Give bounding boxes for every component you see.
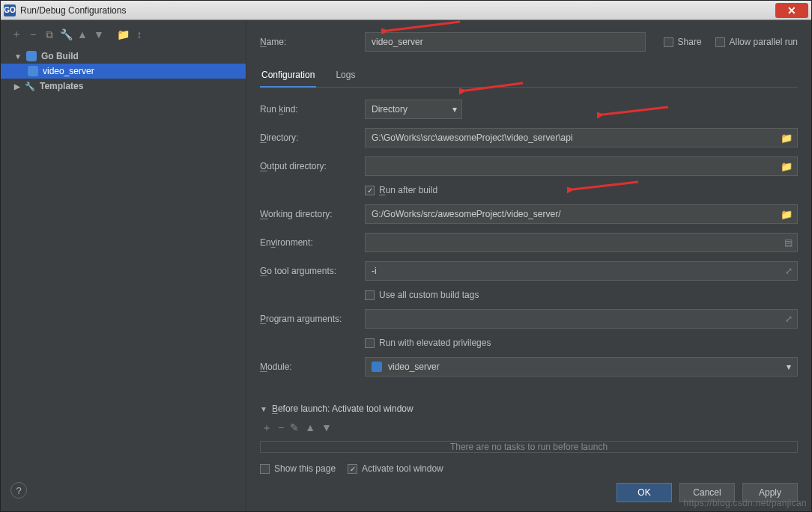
tab-logs[interactable]: Logs xyxy=(334,65,357,87)
tree-go-build-label: Go Build xyxy=(41,51,79,61)
go-icon xyxy=(28,66,38,76)
directory-label: Directory: xyxy=(260,132,357,143)
before-launch-label: Before launch: Activate tool window xyxy=(272,403,413,414)
activate-tool-window-label: Activate tool window xyxy=(362,463,443,474)
watermark: https://blog.csdn.net/panjican xyxy=(684,498,807,508)
tree-go-build[interactable]: ▼ Go Build xyxy=(1,49,246,64)
help-button[interactable]: ? xyxy=(10,482,27,499)
working-directory-label: Working directory: xyxy=(260,209,357,219)
environment-label: Environment: xyxy=(260,237,357,248)
chevron-down-icon: ▾ xyxy=(787,362,791,372)
show-this-page-label: Show this page xyxy=(274,463,336,474)
main-panel: Name: Share Allow parallel run Configura… xyxy=(246,20,811,511)
before-launch-header[interactable]: ▼ Before launch: Activate tool window xyxy=(260,403,798,414)
tree-templates-label: Templates xyxy=(40,81,83,91)
app-icon: GO xyxy=(4,4,16,16)
allow-parallel-checkbox[interactable]: Allow parallel run xyxy=(715,37,798,47)
add-icon[interactable]: ＋ xyxy=(10,28,23,41)
folder-icon[interactable]: 📁 xyxy=(781,209,793,220)
chevron-right-icon: ▶ xyxy=(14,82,20,91)
close-button[interactable]: ✕ xyxy=(775,3,808,18)
program-args-field[interactable]: ⤢ xyxy=(365,309,798,329)
go-icon xyxy=(26,51,37,61)
chevron-down-icon: ▼ xyxy=(14,52,22,61)
up-icon[interactable]: ▲ xyxy=(76,28,89,40)
program-args-label: Program arguments: xyxy=(260,314,357,324)
module-value: video_server xyxy=(388,362,440,372)
copy-icon[interactable]: ⧉ xyxy=(43,28,56,41)
share-label: Share xyxy=(678,37,702,47)
go-tool-args-value: -i xyxy=(372,266,377,276)
environment-field[interactable]: ▤ xyxy=(365,233,798,252)
run-kind-value: Directory xyxy=(372,104,407,115)
share-checkbox[interactable]: Share xyxy=(664,37,702,47)
down-icon[interactable]: ▼ xyxy=(321,421,332,435)
wrench-icon[interactable]: 🔧 xyxy=(59,28,73,40)
arrow-annotation xyxy=(381,19,464,34)
up-icon[interactable]: ▲ xyxy=(305,421,315,435)
tasks-empty-label: There are no tasks to run before launch xyxy=(450,442,608,452)
use-custom-tags-checkbox[interactable]: Use all custom build tags xyxy=(365,290,479,300)
collapse-icon[interactable]: ↕ xyxy=(133,28,146,40)
folder-icon[interactable]: 📁 xyxy=(781,161,793,172)
expand-icon[interactable]: ⤢ xyxy=(785,314,793,324)
tree-templates[interactable]: ▶ Templates xyxy=(1,79,246,94)
activate-tool-window-checkbox[interactable]: ✓Activate tool window xyxy=(348,463,443,474)
wrench-icon xyxy=(25,81,35,91)
use-custom-tags-label: Use all custom build tags xyxy=(379,290,479,300)
chevron-down-icon: ▾ xyxy=(452,104,457,115)
down-icon[interactable]: ▼ xyxy=(92,28,106,40)
run-elevated-checkbox[interactable]: Run with elevated privileges xyxy=(365,338,491,348)
expand-icon[interactable]: ⤢ xyxy=(785,266,793,276)
module-select[interactable]: video_server ▾ xyxy=(365,357,798,377)
go-tool-args-field[interactable]: -i ⤢ xyxy=(365,261,798,281)
before-launch-toolbar: ＋ − ✎ ▲ ▼ xyxy=(260,420,798,441)
run-after-build-label: Run after build xyxy=(379,185,437,195)
name-input[interactable] xyxy=(365,32,646,52)
edit-icon[interactable]: ✎ xyxy=(290,421,299,435)
tabs: Configuration Logs xyxy=(260,65,798,88)
window-title: Run/Debug Configurations xyxy=(20,5,126,16)
sidebar: ＋ − ⧉ 🔧 ▲ ▼ 📁 ↕ ▼ Go Build video_server … xyxy=(1,20,246,511)
sidebar-toolbar: ＋ − ⧉ 🔧 ▲ ▼ 📁 ↕ xyxy=(1,25,246,47)
tree-item-video-server[interactable]: video_server xyxy=(1,64,246,79)
run-kind-label: Run kind: xyxy=(260,104,357,115)
directory-value: G:\GoWorks\src\awesomeProject\video_serv… xyxy=(372,132,573,143)
svg-line-1 xyxy=(387,22,460,31)
folder-icon[interactable]: 📁 xyxy=(116,28,130,40)
remove-icon[interactable]: − xyxy=(278,421,284,435)
output-directory-label: Output directory: xyxy=(260,161,357,171)
show-this-page-checkbox[interactable]: Show this page xyxy=(260,463,336,474)
name-label: Name: xyxy=(260,37,357,47)
run-after-build-checkbox[interactable]: ✓Run after build xyxy=(365,185,437,195)
chevron-down-icon: ▼ xyxy=(260,405,267,413)
tree-item-label: video_server xyxy=(43,66,94,76)
run-elevated-label: Run with elevated privileges xyxy=(379,338,491,348)
config-tree: ▼ Go Build video_server ▶ Templates xyxy=(1,47,246,511)
list-icon[interactable]: ▤ xyxy=(784,237,793,248)
folder-icon[interactable]: 📁 xyxy=(781,132,793,144)
allow-parallel-label: Allow parallel run xyxy=(730,37,798,47)
directory-field[interactable]: G:\GoWorks\src\awesomeProject\video_serv… xyxy=(365,128,798,147)
go-tool-args-label: Go tool arguments: xyxy=(260,266,357,276)
add-icon[interactable]: ＋ xyxy=(261,421,272,435)
module-label: Module: xyxy=(260,362,357,372)
tab-configuration[interactable]: Configuration xyxy=(260,65,316,88)
title-bar: GO Run/Debug Configurations ✕ xyxy=(1,1,811,20)
working-directory-field[interactable]: G:/GoWorks/src/awesomeProject/video_serv… xyxy=(365,204,798,224)
remove-icon[interactable]: − xyxy=(26,28,40,40)
before-launch-tasks: There are no tasks to run before launch xyxy=(260,441,798,453)
working-directory-value: G:/GoWorks/src/awesomeProject/video_serv… xyxy=(372,209,561,219)
module-icon xyxy=(372,362,382,372)
run-kind-select[interactable]: Directory ▾ xyxy=(365,100,462,119)
ok-button[interactable]: OK xyxy=(616,483,672,502)
output-directory-field[interactable]: 📁 xyxy=(365,156,798,176)
